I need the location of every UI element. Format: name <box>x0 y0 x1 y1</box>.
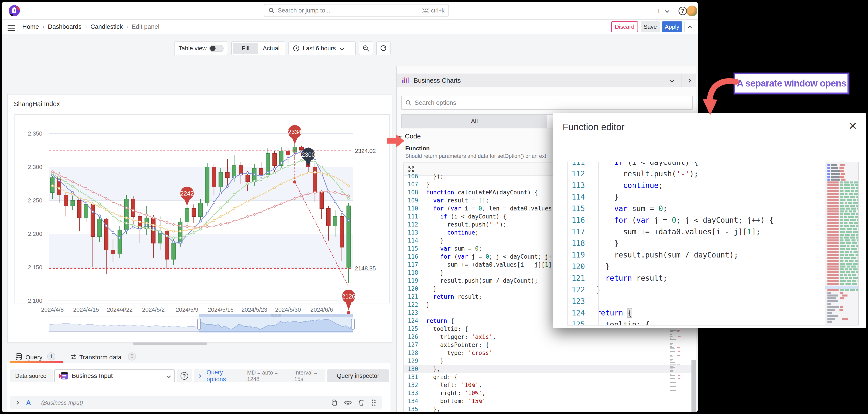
breadcrumb-home[interactable]: Home <box>22 23 39 30</box>
interval-value: Interval = 15s <box>294 369 326 382</box>
visualization-picker[interactable]: Business Charts <box>397 73 696 87</box>
top-navbar: Search or jump to... ctrl+k + ? <box>2 2 698 20</box>
svg-text:2,300: 2,300 <box>28 164 42 170</box>
fill-actual-segment: Fill Actual <box>231 41 285 55</box>
discard-button[interactable]: Discard <box>611 21 638 32</box>
apply-button[interactable]: Apply <box>662 21 682 32</box>
function-editor-modal: Function editor ✕ 111 if (i < dayCount) … <box>553 113 866 328</box>
breadcrumb-candlestick[interactable]: Candlestick <box>91 23 123 30</box>
query-options-link[interactable]: Query options <box>207 369 241 383</box>
md-value: MD = auto = 1248 <box>247 369 288 382</box>
help-icon[interactable]: ? <box>679 7 687 15</box>
save-button[interactable]: Save <box>641 21 660 32</box>
close-icon[interactable]: ✕ <box>848 121 857 131</box>
function-field-description: Should return parameters and data for se… <box>405 153 572 159</box>
datasource-help-button[interactable]: ? <box>177 369 192 382</box>
query-row-source: (Business Input) <box>41 399 83 406</box>
svg-text:2024/6/6: 2024/6/6 <box>310 306 333 313</box>
tab-query[interactable]: Query <box>25 354 42 361</box>
breadcrumb-bar: Home› Dashboards› Candlestick› Edit pane… <box>2 20 698 34</box>
svg-text:2,150: 2,150 <box>28 264 42 271</box>
time-range-picker[interactable]: Last 6 hours <box>288 41 356 55</box>
transform-count-badge: 0 <box>128 352 136 360</box>
fill-option[interactable]: Fill <box>233 43 258 54</box>
svg-text:2024/5/9: 2024/5/9 <box>176 306 198 313</box>
search-icon <box>268 7 275 13</box>
user-avatar[interactable] <box>687 6 697 16</box>
refresh-button[interactable] <box>376 41 391 55</box>
toggle-switch[interactable] <box>209 45 224 52</box>
svg-text:2024/5/30: 2024/5/30 <box>275 306 301 313</box>
svg-text:2148.35: 2148.35 <box>355 265 376 272</box>
datasource-chevron-icon <box>167 374 171 378</box>
business-charts-icon <box>402 77 409 84</box>
datasource-picker[interactable]: Business Input <box>54 369 175 382</box>
shortcut-hint: ctrl+k <box>422 7 444 14</box>
refresh-icon <box>380 45 387 52</box>
active-tab-indicator <box>9 361 63 363</box>
svg-text:2024/4/22: 2024/4/22 <box>107 306 133 313</box>
query-ref-id: A <box>26 399 31 407</box>
visualization-name: Business Charts <box>414 77 461 84</box>
topbar-divider <box>674 6 674 16</box>
svg-text:2,350: 2,350 <box>28 130 42 137</box>
business-input-icon <box>59 372 68 380</box>
svg-text:2300: 2300 <box>302 151 315 158</box>
actual-option[interactable]: Actual <box>258 43 284 54</box>
annotation-text: A separate window opens <box>737 78 846 89</box>
svg-text:2126: 2126 <box>342 293 355 300</box>
modal-code-editor[interactable]: 111 if (i < dayCount) {112 result.push('… <box>567 162 859 325</box>
svg-text:2334: 2334 <box>288 129 301 135</box>
svg-text:2024/4/15: 2024/4/15 <box>73 306 99 313</box>
expand-pointer-arrow <box>386 132 405 150</box>
desktop-background: Search or jump to... ctrl+k + ? Home› Da… <box>0 0 868 414</box>
add-menu-chevron-icon[interactable] <box>665 9 669 13</box>
horizontal-scrollbar[interactable] <box>133 343 207 345</box>
svg-text:2,200: 2,200 <box>28 231 42 237</box>
table-view-toggle[interactable]: Table view <box>174 41 228 55</box>
options-search-input[interactable]: Search options <box>401 96 693 110</box>
svg-text:2024/5/16: 2024/5/16 <box>208 306 234 313</box>
tab-transform-data[interactable]: Transform data <box>80 354 122 361</box>
query-options-bar[interactable]: Query options MD = auto = 1248 Interval … <box>194 369 326 382</box>
keyboard-icon <box>422 8 429 13</box>
delete-trash-icon[interactable] <box>358 399 365 406</box>
svg-text:2024/5/2: 2024/5/2 <box>142 306 164 313</box>
search-icon <box>405 100 411 106</box>
expand-editor-icon[interactable] <box>408 166 414 173</box>
duplicate-icon[interactable] <box>331 399 338 406</box>
drag-handle-icon[interactable] <box>371 399 376 407</box>
database-icon <box>15 353 22 361</box>
annotation-arrow <box>700 77 742 119</box>
question-icon: ? <box>181 372 188 380</box>
time-range-chevron-icon <box>340 47 344 50</box>
clock-icon <box>293 45 300 52</box>
collapse-pane-chevron-icon[interactable] <box>687 79 691 83</box>
app-logo-icon[interactable] <box>8 5 20 17</box>
row-expand-chevron-icon[interactable] <box>15 401 19 405</box>
editor-scrollbar[interactable] <box>691 360 696 412</box>
candlestick-chart[interactable]: 2,3502,3002,2502,2002,1502,1002324.02214… <box>9 108 392 340</box>
zoom-out-button[interactable] <box>359 41 373 55</box>
zoom-out-icon <box>363 45 370 52</box>
panel-title: ShangHai Index <box>14 100 60 108</box>
svg-text:2024/4/8: 2024/4/8 <box>41 306 64 313</box>
query-row-a[interactable]: A (Business Input) <box>10 396 382 409</box>
add-button[interactable]: + <box>654 6 664 16</box>
collapse-options-chevron-icon[interactable] <box>688 26 692 30</box>
breadcrumb-edit-panel: Edit panel <box>131 23 159 30</box>
annotation-callout: A separate window opens <box>734 73 849 94</box>
hamburger-menu-icon[interactable] <box>7 24 15 32</box>
tab-all[interactable]: All <box>402 115 547 128</box>
function-field-label: Function <box>405 145 430 152</box>
query-tab-bar: Query 1 Transform data 0 <box>2 352 394 362</box>
query-inspector-button[interactable]: Query inspector <box>327 369 389 382</box>
svg-text:2024/5/23: 2024/5/23 <box>241 306 267 313</box>
modal-title: Function editor <box>563 122 625 132</box>
hide-query-eye-icon[interactable] <box>344 399 352 406</box>
code-lines[interactable]: 111 if (i < dayCount) {112 result.push('… <box>567 162 858 325</box>
breadcrumb-dashboards[interactable]: Dashboards <box>48 23 82 30</box>
viz-picker-chevron-icon <box>670 79 674 83</box>
global-search-input[interactable]: Search or jump to... ctrl+k <box>264 4 449 17</box>
svg-text:2242: 2242 <box>180 190 194 197</box>
